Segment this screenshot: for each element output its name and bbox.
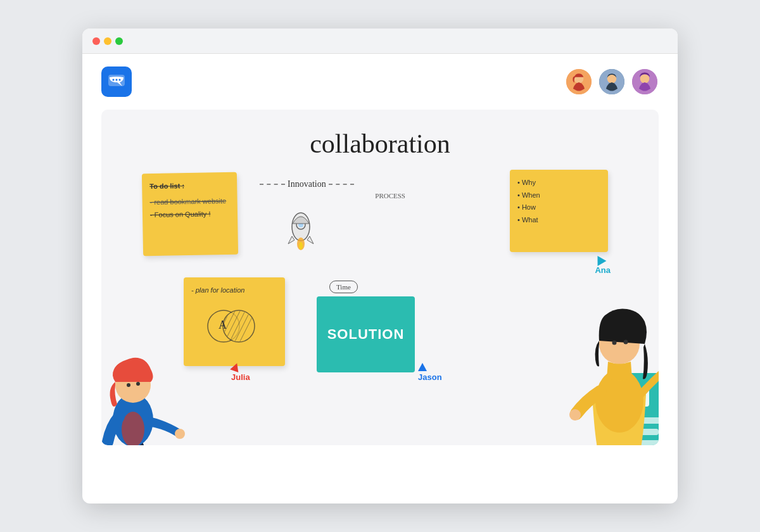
question-why: • Why bbox=[517, 177, 600, 188]
cursor-jason-label: Jason bbox=[418, 372, 442, 382]
avatar-user2[interactable] bbox=[598, 68, 626, 96]
svg-point-2 bbox=[116, 79, 118, 81]
sticky-note-todo-line1: - read bookmark website bbox=[150, 195, 230, 207]
svg-point-46 bbox=[569, 409, 581, 421]
cursor-julia-label: Julia bbox=[231, 372, 250, 382]
browser-titlebar bbox=[82, 28, 678, 54]
svg-point-34 bbox=[127, 383, 130, 387]
svg-point-43 bbox=[612, 341, 617, 345]
window-maximize-dot[interactable] bbox=[115, 37, 123, 45]
svg-point-3 bbox=[119, 79, 121, 81]
whiteboard-title: collaboration bbox=[310, 129, 450, 159]
innovation-label: Innovation bbox=[260, 179, 412, 189]
svg-text:A: A bbox=[218, 319, 227, 331]
ana-character bbox=[545, 255, 659, 445]
browser-window: collaboration To do list : - read bookma… bbox=[82, 28, 678, 504]
sticky-note-todo-line2: - Focus on Quality ! bbox=[150, 208, 230, 220]
avatar-user3[interactable] bbox=[631, 68, 659, 96]
svg-point-36 bbox=[175, 429, 185, 439]
cursor-julia-arrow bbox=[230, 362, 241, 372]
app-logo[interactable] bbox=[101, 66, 132, 97]
sticky-note-location-heading: - plan for location bbox=[191, 285, 277, 296]
sticky-note-todo-heading: To do list : bbox=[149, 180, 229, 192]
cursor-jason-area: Jason bbox=[418, 363, 442, 382]
question-how: • How bbox=[517, 202, 600, 213]
whiteboard[interactable]: collaboration To do list : - read bookma… bbox=[101, 110, 659, 445]
svg-point-35 bbox=[136, 382, 140, 386]
rocket-illustration bbox=[279, 205, 412, 258]
sticky-note-todo[interactable]: To do list : - read bookmark website - F… bbox=[142, 172, 238, 256]
julia-character bbox=[101, 293, 203, 445]
solution-label: SOLUTION bbox=[327, 326, 405, 343]
avatar-user1[interactable] bbox=[565, 68, 593, 96]
svg-point-14 bbox=[299, 242, 303, 250]
process-label: PROCESS bbox=[260, 192, 405, 200]
cursor-jason-arrow bbox=[418, 363, 427, 371]
svg-point-44 bbox=[624, 340, 628, 345]
logo-icon bbox=[107, 72, 126, 91]
question-what: • What bbox=[517, 215, 600, 225]
app-header bbox=[101, 66, 659, 97]
venn-diagram: A bbox=[191, 300, 277, 347]
window-minimize-dot[interactable] bbox=[104, 37, 111, 45]
sticky-note-questions[interactable]: • Why • When • How • What bbox=[510, 170, 608, 252]
time-box: Time bbox=[329, 281, 358, 293]
svg-point-9 bbox=[640, 74, 650, 84]
window-close-dot[interactable] bbox=[92, 37, 100, 45]
svg-point-1 bbox=[113, 79, 115, 81]
cursor-julia-area: Julia bbox=[231, 363, 250, 382]
user-avatars bbox=[565, 68, 659, 96]
app-content: collaboration To do list : - read bookma… bbox=[82, 54, 678, 504]
question-when: • When bbox=[517, 190, 600, 201]
solution-box[interactable]: SOLUTION bbox=[317, 296, 415, 372]
innovation-area: Innovation PROCESS bbox=[260, 179, 412, 258]
